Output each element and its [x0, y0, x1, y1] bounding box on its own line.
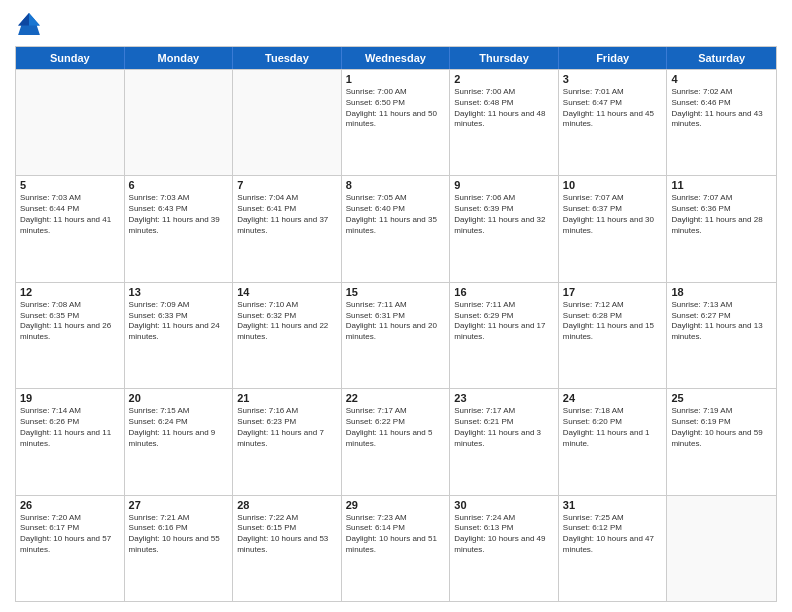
- empty-cell: [125, 70, 234, 175]
- day-info: Sunrise: 7:17 AM Sunset: 6:21 PM Dayligh…: [454, 406, 554, 449]
- day-cell-25: 25Sunrise: 7:19 AM Sunset: 6:19 PM Dayli…: [667, 389, 776, 494]
- day-info: Sunrise: 7:21 AM Sunset: 6:16 PM Dayligh…: [129, 513, 229, 556]
- day-cell-30: 30Sunrise: 7:24 AM Sunset: 6:13 PM Dayli…: [450, 496, 559, 601]
- day-cell-5: 5Sunrise: 7:03 AM Sunset: 6:44 PM Daylig…: [16, 176, 125, 281]
- day-cell-23: 23Sunrise: 7:17 AM Sunset: 6:21 PM Dayli…: [450, 389, 559, 494]
- day-cell-18: 18Sunrise: 7:13 AM Sunset: 6:27 PM Dayli…: [667, 283, 776, 388]
- day-cell-3: 3Sunrise: 7:01 AM Sunset: 6:47 PM Daylig…: [559, 70, 668, 175]
- day-info: Sunrise: 7:18 AM Sunset: 6:20 PM Dayligh…: [563, 406, 663, 449]
- day-number: 2: [454, 73, 554, 85]
- day-cell-12: 12Sunrise: 7:08 AM Sunset: 6:35 PM Dayli…: [16, 283, 125, 388]
- day-cell-17: 17Sunrise: 7:12 AM Sunset: 6:28 PM Dayli…: [559, 283, 668, 388]
- day-cell-27: 27Sunrise: 7:21 AM Sunset: 6:16 PM Dayli…: [125, 496, 234, 601]
- day-info: Sunrise: 7:08 AM Sunset: 6:35 PM Dayligh…: [20, 300, 120, 343]
- day-number: 25: [671, 392, 772, 404]
- day-number: 12: [20, 286, 120, 298]
- day-number: 27: [129, 499, 229, 511]
- day-info: Sunrise: 7:11 AM Sunset: 6:31 PM Dayligh…: [346, 300, 446, 343]
- day-cell-16: 16Sunrise: 7:11 AM Sunset: 6:29 PM Dayli…: [450, 283, 559, 388]
- day-number: 5: [20, 179, 120, 191]
- weekday-header-monday: Monday: [125, 47, 234, 69]
- calendar-row-1: 5Sunrise: 7:03 AM Sunset: 6:44 PM Daylig…: [16, 175, 776, 281]
- day-number: 10: [563, 179, 663, 191]
- empty-cell: [233, 70, 342, 175]
- svg-marker-2: [18, 13, 29, 25]
- weekday-header-sunday: Sunday: [16, 47, 125, 69]
- day-info: Sunrise: 7:19 AM Sunset: 6:19 PM Dayligh…: [671, 406, 772, 449]
- day-cell-13: 13Sunrise: 7:09 AM Sunset: 6:33 PM Dayli…: [125, 283, 234, 388]
- day-info: Sunrise: 7:23 AM Sunset: 6:14 PM Dayligh…: [346, 513, 446, 556]
- day-cell-15: 15Sunrise: 7:11 AM Sunset: 6:31 PM Dayli…: [342, 283, 451, 388]
- svg-marker-1: [29, 13, 40, 25]
- day-info: Sunrise: 7:16 AM Sunset: 6:23 PM Dayligh…: [237, 406, 337, 449]
- empty-cell: [667, 496, 776, 601]
- day-cell-22: 22Sunrise: 7:17 AM Sunset: 6:22 PM Dayli…: [342, 389, 451, 494]
- day-number: 19: [20, 392, 120, 404]
- day-cell-14: 14Sunrise: 7:10 AM Sunset: 6:32 PM Dayli…: [233, 283, 342, 388]
- day-cell-10: 10Sunrise: 7:07 AM Sunset: 6:37 PM Dayli…: [559, 176, 668, 281]
- day-number: 14: [237, 286, 337, 298]
- day-cell-11: 11Sunrise: 7:07 AM Sunset: 6:36 PM Dayli…: [667, 176, 776, 281]
- day-number: 18: [671, 286, 772, 298]
- day-cell-7: 7Sunrise: 7:04 AM Sunset: 6:41 PM Daylig…: [233, 176, 342, 281]
- day-cell-19: 19Sunrise: 7:14 AM Sunset: 6:26 PM Dayli…: [16, 389, 125, 494]
- calendar-row-3: 19Sunrise: 7:14 AM Sunset: 6:26 PM Dayli…: [16, 388, 776, 494]
- calendar-row-4: 26Sunrise: 7:20 AM Sunset: 6:17 PM Dayli…: [16, 495, 776, 601]
- day-info: Sunrise: 7:24 AM Sunset: 6:13 PM Dayligh…: [454, 513, 554, 556]
- calendar: SundayMondayTuesdayWednesdayThursdayFrid…: [15, 46, 777, 602]
- day-info: Sunrise: 7:11 AM Sunset: 6:29 PM Dayligh…: [454, 300, 554, 343]
- day-info: Sunrise: 7:09 AM Sunset: 6:33 PM Dayligh…: [129, 300, 229, 343]
- day-info: Sunrise: 7:00 AM Sunset: 6:50 PM Dayligh…: [346, 87, 446, 130]
- weekday-header-thursday: Thursday: [450, 47, 559, 69]
- day-number: 17: [563, 286, 663, 298]
- day-number: 15: [346, 286, 446, 298]
- day-info: Sunrise: 7:22 AM Sunset: 6:15 PM Dayligh…: [237, 513, 337, 556]
- day-number: 8: [346, 179, 446, 191]
- empty-cell: [16, 70, 125, 175]
- day-info: Sunrise: 7:14 AM Sunset: 6:26 PM Dayligh…: [20, 406, 120, 449]
- day-cell-2: 2Sunrise: 7:00 AM Sunset: 6:48 PM Daylig…: [450, 70, 559, 175]
- day-cell-6: 6Sunrise: 7:03 AM Sunset: 6:43 PM Daylig…: [125, 176, 234, 281]
- day-number: 26: [20, 499, 120, 511]
- calendar-header: SundayMondayTuesdayWednesdayThursdayFrid…: [16, 47, 776, 69]
- weekday-header-tuesday: Tuesday: [233, 47, 342, 69]
- calendar-body: 1Sunrise: 7:00 AM Sunset: 6:50 PM Daylig…: [16, 69, 776, 601]
- day-number: 29: [346, 499, 446, 511]
- day-info: Sunrise: 7:03 AM Sunset: 6:44 PM Dayligh…: [20, 193, 120, 236]
- calendar-row-0: 1Sunrise: 7:00 AM Sunset: 6:50 PM Daylig…: [16, 69, 776, 175]
- day-cell-4: 4Sunrise: 7:02 AM Sunset: 6:46 PM Daylig…: [667, 70, 776, 175]
- day-number: 16: [454, 286, 554, 298]
- day-info: Sunrise: 7:05 AM Sunset: 6:40 PM Dayligh…: [346, 193, 446, 236]
- day-cell-24: 24Sunrise: 7:18 AM Sunset: 6:20 PM Dayli…: [559, 389, 668, 494]
- day-number: 31: [563, 499, 663, 511]
- calendar-row-2: 12Sunrise: 7:08 AM Sunset: 6:35 PM Dayli…: [16, 282, 776, 388]
- day-number: 4: [671, 73, 772, 85]
- day-info: Sunrise: 7:07 AM Sunset: 6:37 PM Dayligh…: [563, 193, 663, 236]
- day-cell-29: 29Sunrise: 7:23 AM Sunset: 6:14 PM Dayli…: [342, 496, 451, 601]
- day-number: 13: [129, 286, 229, 298]
- day-info: Sunrise: 7:13 AM Sunset: 6:27 PM Dayligh…: [671, 300, 772, 343]
- day-number: 30: [454, 499, 554, 511]
- day-cell-21: 21Sunrise: 7:16 AM Sunset: 6:23 PM Dayli…: [233, 389, 342, 494]
- day-info: Sunrise: 7:07 AM Sunset: 6:36 PM Dayligh…: [671, 193, 772, 236]
- day-info: Sunrise: 7:04 AM Sunset: 6:41 PM Dayligh…: [237, 193, 337, 236]
- day-info: Sunrise: 7:02 AM Sunset: 6:46 PM Dayligh…: [671, 87, 772, 130]
- logo-icon: [15, 10, 43, 38]
- day-info: Sunrise: 7:03 AM Sunset: 6:43 PM Dayligh…: [129, 193, 229, 236]
- day-info: Sunrise: 7:12 AM Sunset: 6:28 PM Dayligh…: [563, 300, 663, 343]
- day-info: Sunrise: 7:25 AM Sunset: 6:12 PM Dayligh…: [563, 513, 663, 556]
- day-number: 20: [129, 392, 229, 404]
- day-number: 7: [237, 179, 337, 191]
- day-cell-20: 20Sunrise: 7:15 AM Sunset: 6:24 PM Dayli…: [125, 389, 234, 494]
- day-number: 22: [346, 392, 446, 404]
- day-info: Sunrise: 7:20 AM Sunset: 6:17 PM Dayligh…: [20, 513, 120, 556]
- day-info: Sunrise: 7:10 AM Sunset: 6:32 PM Dayligh…: [237, 300, 337, 343]
- day-cell-8: 8Sunrise: 7:05 AM Sunset: 6:40 PM Daylig…: [342, 176, 451, 281]
- day-cell-9: 9Sunrise: 7:06 AM Sunset: 6:39 PM Daylig…: [450, 176, 559, 281]
- day-cell-31: 31Sunrise: 7:25 AM Sunset: 6:12 PM Dayli…: [559, 496, 668, 601]
- header: [15, 10, 777, 38]
- day-cell-26: 26Sunrise: 7:20 AM Sunset: 6:17 PM Dayli…: [16, 496, 125, 601]
- day-info: Sunrise: 7:15 AM Sunset: 6:24 PM Dayligh…: [129, 406, 229, 449]
- day-cell-28: 28Sunrise: 7:22 AM Sunset: 6:15 PM Dayli…: [233, 496, 342, 601]
- day-number: 3: [563, 73, 663, 85]
